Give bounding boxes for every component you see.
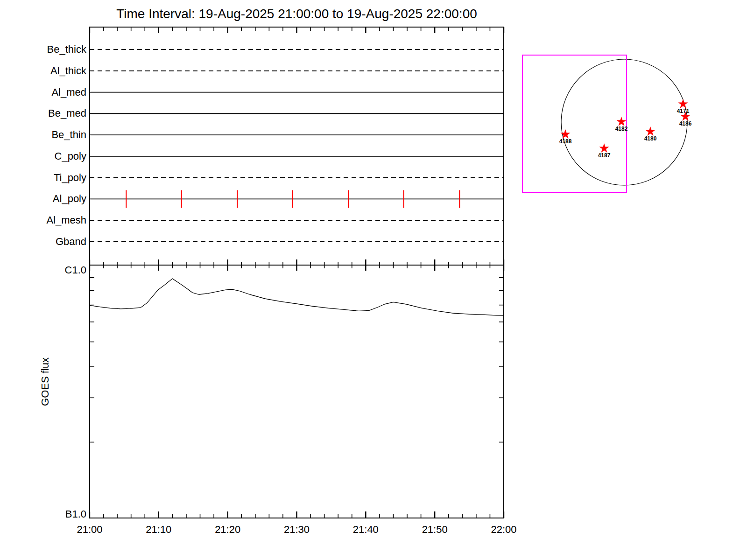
active-region-star-icon — [678, 99, 688, 108]
x-tick-label-2140: 21:40 — [345, 524, 387, 536]
filter-label-al-med: Al_med — [8, 86, 86, 98]
active-region-label: 4187 — [590, 152, 618, 159]
plot-canvas — [0, 0, 747, 560]
goes-flux-axis-title: GOES flux — [39, 333, 51, 431]
filter-label-gband: Gband — [8, 236, 86, 248]
x-tick-label-2200: 22:00 — [483, 524, 525, 536]
goes-flux-curve — [90, 279, 504, 315]
x-tick-label-2100: 21:00 — [69, 524, 111, 536]
active-region-label: 4171 — [669, 108, 697, 114]
active-region-label: 4180 — [636, 135, 664, 142]
fov-box — [522, 55, 627, 193]
active-region-star-icon — [617, 117, 627, 126]
filter-panel-border — [90, 27, 504, 265]
goes-panel-border — [90, 265, 504, 518]
active-region-star-icon — [646, 126, 655, 136]
active-region-label: 4188 — [551, 138, 579, 145]
filter-label-be-thin: Be_thin — [8, 129, 86, 141]
active-region-label: 4182 — [607, 126, 635, 132]
filter-label-al-mesh: Al_mesh — [8, 214, 86, 226]
filter-label-al-thick: Al_thick — [8, 65, 86, 77]
x-tick-label-2120: 21:20 — [207, 524, 249, 536]
filter-label-be-thick: Be_thick — [8, 43, 86, 56]
active-region-label: 4186 — [671, 120, 699, 127]
x-tick-label-2150: 21:50 — [414, 524, 456, 536]
xrt-goes-timeline-page: Time Interval: 19-Aug-2025 21:00:00 to 1… — [0, 0, 747, 560]
filter-label-c-poly: C_poly — [8, 150, 86, 162]
x-tick-label-2110: 21:10 — [138, 524, 180, 536]
filter-label-al-poly: Al_poly — [8, 193, 86, 205]
goes-y-axis-top-label: C1.0 — [8, 264, 86, 276]
filter-label-be-med: Be_med — [8, 107, 86, 119]
filter-label-ti-poly: Ti_poly — [8, 172, 86, 184]
x-tick-label-2130: 21:30 — [276, 524, 318, 536]
goes-y-axis-bottom-label: B1.0 — [8, 508, 86, 520]
page-title: Time Interval: 19-Aug-2025 21:00:00 to 1… — [90, 7, 504, 21]
solar-disk — [561, 59, 687, 185]
active-region-star-icon — [599, 143, 609, 153]
